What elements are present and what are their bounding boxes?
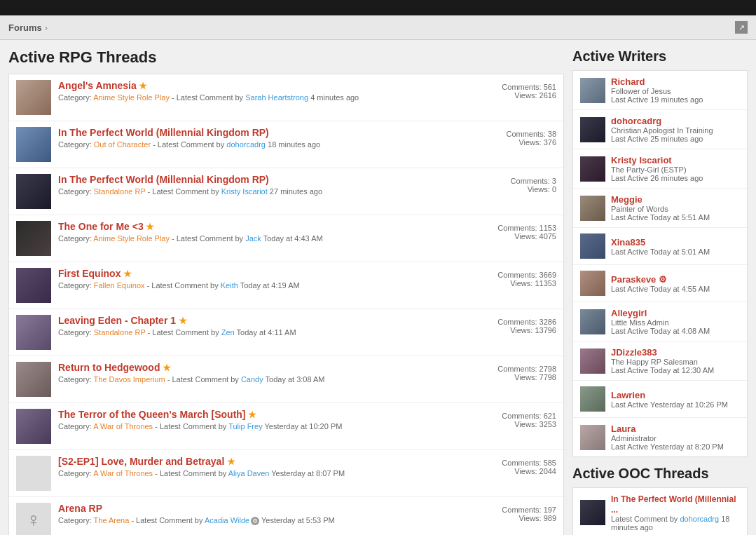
thread-info: Arena RPCategory: The Arena - Latest Com… — [58, 503, 495, 535]
writer-name-link[interactable]: Xina835 — [611, 237, 645, 248]
writer-active-status: Last Active Today at 4:55 AM — [611, 285, 740, 293]
thread-item: Return to Hedgewood ★Category: The Davos… — [9, 356, 563, 403]
writer-info: LawrienLast Active Yesterday at 10:26 PM — [611, 390, 740, 409]
breadcrumb: Forums › — [8, 22, 48, 33]
thread-avatar — [16, 268, 51, 303]
user-link[interactable]: Keith — [221, 281, 238, 290]
thread-title-link[interactable]: [S2-EP1] Love, Murder and Betrayal ★ — [58, 456, 495, 467]
writer-avatar — [580, 156, 605, 182]
category-link[interactable]: Anime Style Role Play — [93, 93, 170, 102]
user-link[interactable]: Kristy Iscariot — [221, 187, 268, 196]
thread-info: Angel's Amnesia ★Category: Anime Style R… — [58, 80, 495, 115]
writer-item: RichardFollower of JesusLast Active 19 m… — [573, 71, 747, 110]
writer-info: Paraskeve ⚙Last Active Today at 4:55 AM — [611, 274, 740, 293]
writer-info: Xina835Last Active Today at 5:01 AM — [611, 237, 740, 256]
writer-info: RichardFollower of JesusLast Active 19 m… — [611, 76, 740, 104]
user-link[interactable]: Aliya Daven — [228, 469, 270, 478]
thread-item: Leaving Eden - Chapter 1 ★Category: Stan… — [9, 309, 563, 356]
thread-title-link[interactable]: The Terror of the Queen's March [South] … — [58, 409, 495, 420]
thread-item: In The Perfect World (Millennial Kingdom… — [9, 168, 563, 215]
thread-list: Angel's Amnesia ★Category: Anime Style R… — [8, 74, 564, 535]
star-icon: ★ — [246, 409, 257, 420]
category-link[interactable]: Standalone RP — [94, 328, 146, 337]
thread-info: In The Perfect World (Millennial Kingdom… — [58, 127, 499, 162]
thread-title-link[interactable]: Leaving Eden - Chapter 1 ★ — [58, 315, 490, 326]
thread-meta: Category: Standalone RP - Latest Comment… — [58, 187, 504, 196]
ooc-title-link[interactable]: In The Perfect World (Millennial ... — [611, 494, 736, 515]
category-link[interactable]: Out of Character — [94, 140, 151, 149]
writer-active-status: Last Active 26 minutes ago — [611, 174, 740, 182]
thread-info: Return to Hedgewood ★Category: The Davos… — [58, 362, 490, 397]
writer-name-link[interactable]: Kristy Iscariot — [611, 155, 672, 165]
thread-item: In The Perfect World (Millennial Kingdom… — [9, 121, 563, 168]
thread-item: First Equinox ★Category: Fallen Equinox … — [9, 262, 563, 309]
thread-info: [S2-EP1] Love, Murder and Betrayal ★Cate… — [58, 456, 495, 491]
writer-name-link[interactable]: Paraskeve ⚙ — [611, 274, 667, 285]
ooc-avatar — [580, 500, 605, 525]
thread-avatar — [16, 127, 51, 162]
category-link[interactable]: Anime Style Role Play — [93, 234, 170, 243]
thread-meta: Category: Fallen Equinox - Latest Commen… — [58, 281, 490, 290]
user-link[interactable]: Sarah Heartstrong — [245, 93, 308, 102]
thread-title-link[interactable]: First Equinox ★ — [58, 268, 490, 279]
writer-desc: Christian Apologist In Training — [611, 126, 740, 135]
writer-avatar — [580, 117, 605, 142]
writer-active-status: Last Active 19 minutes ago — [611, 95, 740, 104]
user-link[interactable]: Acadia Wilde — [205, 516, 249, 524]
ooc-item: In The Perfect World (Millennial ...Late… — [573, 488, 747, 535]
writer-name-link[interactable]: JDizzle383 — [611, 347, 657, 358]
thread-avatar — [16, 221, 51, 256]
ooc-user-link[interactable]: dohorcadrg — [680, 515, 719, 523]
category-link[interactable]: Fallen Equinox — [94, 281, 145, 290]
thread-meta: Category: The Arena - Latest Comment by … — [58, 516, 495, 525]
writer-name-link[interactable]: Richard — [611, 76, 645, 87]
writer-name-link[interactable]: dohorcadrg — [611, 116, 661, 126]
thread-meta: Category: Out of Character - Latest Comm… — [58, 140, 499, 149]
user-link[interactable]: Zen — [221, 328, 235, 337]
ooc-section-title: Active OOC Threads — [572, 466, 748, 482]
writer-name-link[interactable]: Alleygirl — [611, 308, 647, 318]
thread-title-link[interactable]: Return to Hedgewood ★ — [58, 362, 490, 373]
thread-meta: Category: The Davos Imperium - Latest Co… — [58, 375, 490, 384]
writer-item: dohorcadrgChristian Apologist In Trainin… — [573, 110, 747, 149]
thread-avatar — [16, 362, 51, 397]
writer-name-link[interactable]: Meggie — [611, 194, 642, 205]
thread-title-link[interactable]: Angel's Amnesia ★ — [58, 80, 495, 91]
thread-title-link[interactable]: In The Perfect World (Millennial Kingdom… — [58, 127, 499, 138]
user-link[interactable]: Candy — [241, 375, 263, 384]
writer-item: MeggiePainter of WordsLast Active Today … — [573, 189, 747, 228]
user-link[interactable]: dohorcadrg — [226, 140, 266, 149]
thread-title-link[interactable]: The One for Me <3 ★ — [58, 221, 490, 232]
thread-title-link[interactable]: Arena RP — [58, 503, 495, 514]
writer-info: dohorcadrgChristian Apologist In Trainin… — [611, 116, 740, 143]
thread-stats: Comments: 3Views: 0 — [511, 174, 556, 209]
breadcrumb-external-icon[interactable]: ↗ — [735, 21, 748, 34]
user-link[interactable]: Jack — [245, 234, 261, 243]
thread-avatar — [16, 315, 51, 350]
writer-active-status: Last Active 25 minutes ago — [611, 135, 740, 143]
category-link[interactable]: A War of Thrones — [93, 422, 153, 431]
thread-title-link[interactable]: In The Perfect World (Millennial Kingdom… — [58, 174, 504, 185]
star-icon: ★ — [160, 363, 171, 373]
ooc-panel: In The Perfect World (Millennial ...Late… — [572, 487, 748, 535]
thread-info: The Terror of the Queen's March [South] … — [58, 409, 495, 444]
thread-stats: Comments: 3669Views: 11353 — [497, 268, 556, 303]
thread-avatar — [16, 409, 51, 444]
badge-icon: ⚙ — [251, 517, 259, 525]
thread-meta: Category: Anime Style Role Play - Latest… — [58, 234, 490, 243]
writer-info: AlleygirlLittle Miss AdminLast Active To… — [611, 308, 740, 335]
thread-stats: Comments: 2798Views: 7798 — [497, 362, 556, 397]
breadcrumb-forums-link[interactable]: Forums — [8, 22, 42, 33]
writer-item: Kristy IscariotThe Party-Girl (ESTP)Last… — [573, 149, 747, 189]
category-link[interactable]: The Arena — [94, 516, 130, 524]
writer-name-link[interactable]: Laura — [611, 424, 635, 434]
main-container: Active RPG Threads Angel's Amnesia ★Cate… — [0, 40, 756, 535]
thread-stats: Comments: 561Views: 2616 — [502, 80, 556, 115]
writer-name-link[interactable]: Lawrien — [611, 390, 645, 400]
category-link[interactable]: Standalone RP — [94, 187, 146, 196]
category-link[interactable]: A War of Thrones — [93, 469, 153, 478]
writer-item: LauraAdministratorLast Active Yesterday … — [573, 418, 747, 456]
category-link[interactable]: The Davos Imperium — [94, 375, 165, 384]
writer-avatar — [580, 196, 605, 221]
user-link[interactable]: Tulip Frey — [228, 422, 263, 431]
